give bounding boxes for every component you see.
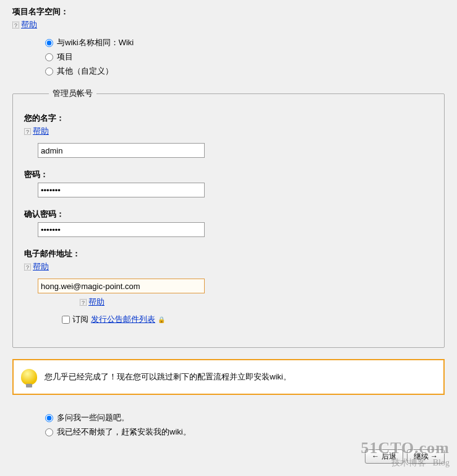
namespace-radio-same-label: 与wiki名称相同：Wiki — [57, 37, 134, 48]
confirm-password-input[interactable] — [38, 222, 205, 237]
help-icon: ? — [80, 299, 87, 306]
help-icon: ? — [12, 22, 19, 28]
admin-name-label: 您的名字： — [24, 113, 433, 124]
namespace-help-link[interactable]: 帮助 — [21, 20, 37, 30]
admin-legend: 管理员帐号 — [49, 88, 96, 99]
bulb-icon — [21, 369, 37, 385]
help-icon: ? — [24, 128, 31, 135]
email-sub-help-link[interactable]: 帮助 — [88, 297, 105, 308]
namespace-radio-other[interactable] — [45, 67, 53, 76]
namespace-radio-group: 与wiki名称相同：Wiki 项目 其他（自定义） — [45, 37, 445, 77]
ask-more-radio[interactable] — [45, 414, 53, 422]
subscribe-link[interactable]: 发行公告邮件列表 — [91, 314, 155, 325]
install-now-radio[interactable] — [45, 428, 53, 436]
info-box: 您几乎已经完成了！现在您可以跳过剩下的配置流程并立即安装wiki。 — [12, 359, 445, 395]
email-label: 电子邮件地址： — [24, 248, 433, 259]
ask-more-label: 多问我一些问题吧。 — [57, 412, 129, 423]
continue-button[interactable]: 继续 → — [407, 449, 445, 464]
confirm-password-label: 确认密码： — [24, 209, 433, 220]
admin-name-input[interactable] — [38, 143, 205, 158]
namespace-radio-other-label: 其他（自定义） — [57, 66, 113, 77]
namespace-radio-same[interactable] — [45, 39, 53, 47]
subscribe-label: 订阅 — [72, 314, 88, 325]
password-input[interactable] — [38, 183, 205, 197]
info-message: 您几乎已经完成了！现在您可以跳过剩下的配置流程并立即安装wiki。 — [45, 371, 291, 383]
namespace-radio-project[interactable] — [45, 53, 53, 61]
email-help-link[interactable]: 帮助 — [33, 262, 49, 272]
lock-icon: 🔒 — [158, 316, 165, 323]
email-input[interactable] — [38, 279, 205, 293]
namespace-radio-project-label: 项目 — [57, 51, 73, 63]
namespace-label: 项目名字空间： — [12, 6, 445, 17]
help-icon: ? — [24, 264, 31, 270]
install-now-label: 我已经不耐烦了，赶紧安装我的wiki。 — [57, 426, 191, 438]
password-label: 密码： — [24, 169, 433, 180]
admin-fieldset: 管理员帐号 您的名字： ? 帮助 密码： 确认密码： 电子邮件地址： ? 帮助 — [12, 88, 445, 348]
admin-name-help-link[interactable]: 帮助 — [33, 126, 49, 137]
install-question-group: 多问我一些问题吧。 我已经不耐烦了，赶紧安装我的wiki。 — [45, 412, 445, 438]
subscribe-checkbox[interactable] — [62, 316, 70, 324]
back-button[interactable]: ← 后退 — [365, 449, 403, 464]
